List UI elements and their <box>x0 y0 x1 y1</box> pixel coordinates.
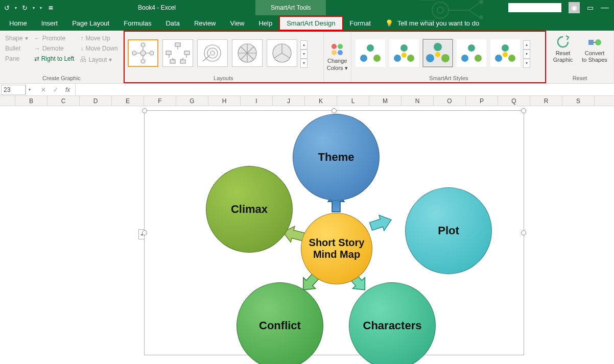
style-option-5[interactable] <box>490 39 520 67</box>
node-climax[interactable]: Climax <box>206 166 293 253</box>
reset-graphic-button[interactable]: Reset Graphic <box>549 33 577 65</box>
enter-icon[interactable]: ✓ <box>53 86 58 93</box>
layout-option-3[interactable] <box>197 39 228 67</box>
worksheet-canvas[interactable]: ◂ Short Story Mind Map Theme Plot Charac… <box>0 106 614 364</box>
layout-option-1[interactable] <box>128 39 158 67</box>
svg-point-42 <box>435 52 440 57</box>
node-conflict[interactable]: Conflict <box>237 282 323 364</box>
style-option-1[interactable] <box>356 39 385 67</box>
smartart-diagram: Short Story Mind Map Theme Plot Characte… <box>145 111 524 355</box>
qat-customize-icon[interactable]: ▾ <box>38 5 44 11</box>
svg-point-39 <box>434 43 442 51</box>
col-Q[interactable]: Q <box>498 96 530 106</box>
spin-up-icon[interactable]: ▴ <box>300 40 308 50</box>
col-C[interactable]: C <box>48 96 80 106</box>
node-theme[interactable]: Theme <box>293 114 380 201</box>
tab-help[interactable]: Help <box>251 16 279 30</box>
move-down-button[interactable]: ↓ Move Down <box>78 44 120 53</box>
col-K[interactable]: K <box>305 96 337 106</box>
redo-icon[interactable]: ↻ <box>20 3 30 13</box>
col-F[interactable]: F <box>144 96 176 106</box>
col-H[interactable]: H <box>208 96 241 106</box>
tab-insert[interactable]: Insert <box>34 16 65 30</box>
svg-point-5 <box>141 43 145 47</box>
node-plot[interactable]: Plot <box>405 187 492 274</box>
undo-icon[interactable]: ↺ <box>2 3 12 13</box>
group-reset: Reset Graphic Convert to Shapes Reset <box>546 31 614 83</box>
spin-more-icon[interactable]: ▾ <box>300 59 308 68</box>
style-option-2[interactable] <box>389 39 419 67</box>
group-label-reset: Reset <box>546 75 613 83</box>
search-or-signin-input[interactable] <box>508 3 561 12</box>
quick-access-toolbar: ↺ ▾ ↻ ▾ ▾ 〓 <box>0 3 56 13</box>
ribbon-display-icon[interactable]: ▭ <box>587 4 594 12</box>
col-E[interactable]: E <box>112 96 144 106</box>
name-box[interactable]: 23 <box>1 85 26 95</box>
col-O[interactable]: O <box>434 96 466 106</box>
col-P[interactable]: P <box>466 96 498 106</box>
name-box-dropdown-icon[interactable]: ▾ <box>26 85 33 95</box>
spin-down-icon[interactable]: ▾ <box>523 50 530 59</box>
shape-label: Shape <box>5 35 23 42</box>
col-N[interactable]: N <box>402 96 434 106</box>
spin-more-icon[interactable]: ▾ <box>523 59 530 68</box>
col-R[interactable]: R <box>530 96 562 106</box>
style-option-4[interactable] <box>457 39 486 67</box>
col-D[interactable]: D <box>80 96 112 106</box>
layout-option-2[interactable] <box>162 39 193 67</box>
styles-gallery-spinner[interactable]: ▴▾▾ <box>523 40 530 68</box>
move-up-button[interactable]: ↑ Move Up <box>78 34 120 43</box>
right-to-left-button[interactable]: ⇄ Right to Left <box>32 54 77 63</box>
svg-point-31 <box>338 50 343 55</box>
column-headers: B C D E F G H I J K L M N O P Q R S <box>0 96 614 106</box>
node-center[interactable]: Short Story Mind Map <box>301 213 372 284</box>
col-S[interactable]: S <box>562 96 595 106</box>
layout-option-4[interactable] <box>232 39 263 67</box>
highlighted-layouts-and-styles: ▴▾▾ Layouts Change Colors ▾ <box>124 31 546 83</box>
minimize-icon[interactable]: — <box>601 3 609 12</box>
tab-data[interactable]: Data <box>158 16 186 30</box>
col-J[interactable]: J <box>273 96 305 106</box>
style-option-3[interactable] <box>423 39 453 67</box>
svg-point-41 <box>441 54 450 62</box>
promote-button[interactable]: ← Promote <box>32 34 77 43</box>
col-L[interactable]: L <box>337 96 369 106</box>
col-G[interactable]: G <box>176 96 208 106</box>
demote-button[interactable]: → Demote <box>32 44 77 53</box>
layout-button[interactable]: 品 Layout ▾ <box>78 54 120 65</box>
convert-to-shapes-button[interactable]: Convert to Shapes <box>579 33 610 65</box>
add-bullet-button[interactable]: Bullet <box>3 44 30 53</box>
smartart-object[interactable]: ◂ Short Story Mind Map Theme Plot Charac… <box>144 110 524 355</box>
add-shape-button[interactable]: Shape ▾ <box>3 34 30 43</box>
svg-rect-16 <box>170 60 175 63</box>
tell-me[interactable]: 💡 Tell me what you want to do <box>385 19 479 27</box>
undo-dropdown-icon[interactable]: ▾ <box>13 5 19 11</box>
tab-format[interactable]: Format <box>343 16 378 30</box>
layout-option-5[interactable] <box>267 39 297 67</box>
spin-up-icon[interactable]: ▴ <box>523 40 530 50</box>
tab-page-layout[interactable]: Page Layout <box>65 16 116 30</box>
col-I[interactable]: I <box>241 96 273 106</box>
svg-rect-15 <box>184 51 190 55</box>
svg-point-40 <box>426 54 434 62</box>
account-icon[interactable]: ◉ <box>569 2 580 13</box>
layouts-gallery-spinner[interactable]: ▴▾▾ <box>300 40 308 68</box>
context-tab-smartart-tools[interactable]: SmartArt Tools <box>255 0 326 15</box>
redo-dropdown-icon[interactable]: ▾ <box>31 5 37 11</box>
text-pane-button[interactable]: Pane <box>3 54 30 63</box>
tab-view[interactable]: View <box>223 16 252 30</box>
tab-smartart-design[interactable]: SmartArt Design <box>279 16 342 30</box>
fx-icon[interactable]: fx <box>65 86 70 93</box>
formula-input[interactable] <box>75 85 614 95</box>
tab-home[interactable]: Home <box>2 16 34 30</box>
cancel-icon[interactable]: ✕ <box>41 86 46 93</box>
change-colors-button[interactable]: Change Colors ▾ <box>324 31 351 83</box>
spin-down-icon[interactable]: ▾ <box>300 50 308 59</box>
col-M[interactable]: M <box>369 96 402 106</box>
node-characters[interactable]: Characters <box>349 282 436 364</box>
lightbulb-icon: 💡 <box>385 19 393 27</box>
col-B[interactable]: B <box>15 96 48 106</box>
tab-formulas[interactable]: Formulas <box>116 16 158 30</box>
tab-review[interactable]: Review <box>187 16 223 30</box>
svg-point-8 <box>150 51 154 55</box>
